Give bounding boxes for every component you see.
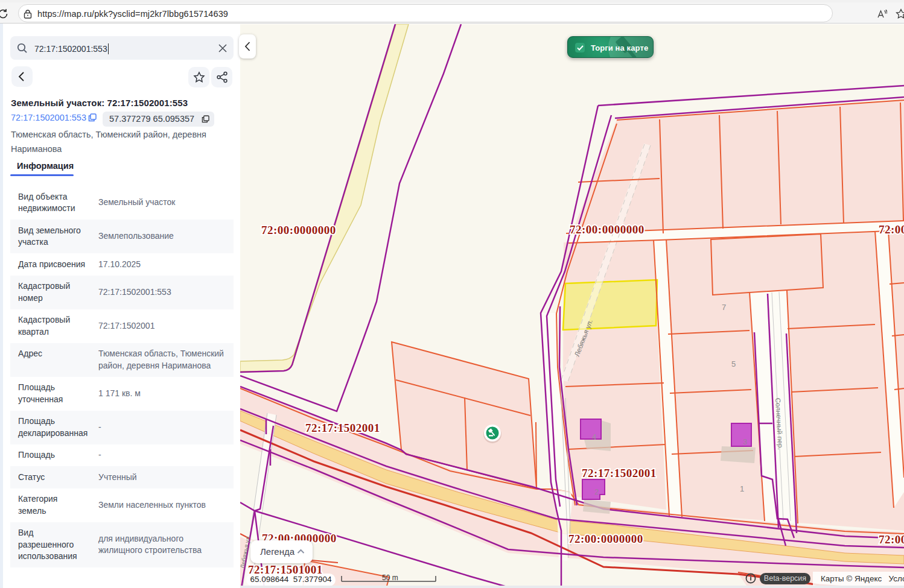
svg-text:5: 5 — [731, 359, 736, 368]
svg-text:4: 4 — [592, 432, 596, 441]
svg-text:72:00:0000000: 72:00:0000000 — [568, 533, 643, 545]
svg-text:72:00:0000000: 72:00:0000000 — [261, 224, 336, 236]
svg-text:72:00:0000000: 72:00:0000000 — [570, 223, 645, 236]
svg-text:72:00:0000000: 72:00:0000000 — [879, 223, 904, 236]
svg-text:3: 3 — [743, 437, 747, 446]
svg-text:1: 1 — [740, 484, 744, 493]
svg-text:72:17:1502001: 72:17:1502001 — [582, 467, 657, 479]
svg-text:72:00:0000000: 72:00:0000000 — [879, 533, 904, 546]
svg-text:2: 2 — [594, 487, 599, 496]
svg-text:7: 7 — [722, 303, 726, 312]
svg-text:72:17:1502001: 72:17:1502001 — [305, 422, 380, 434]
svg-text:50 m: 50 m — [382, 574, 398, 582]
